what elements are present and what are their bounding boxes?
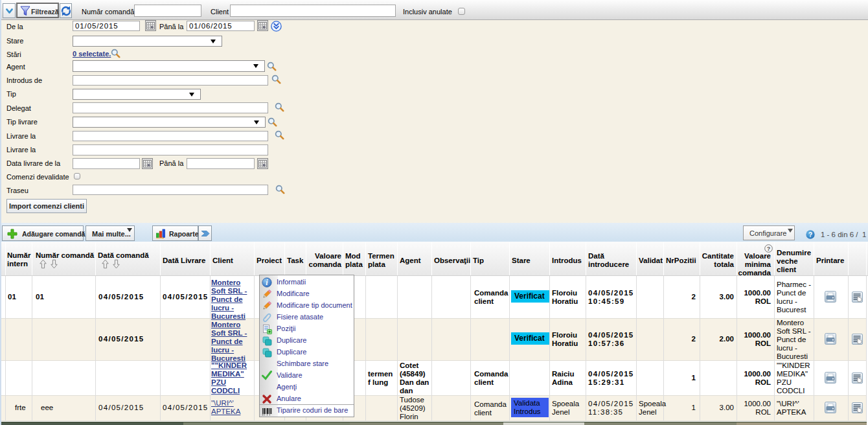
- svg-text:?: ?: [767, 246, 771, 252]
- svg-text:?: ?: [808, 231, 812, 238]
